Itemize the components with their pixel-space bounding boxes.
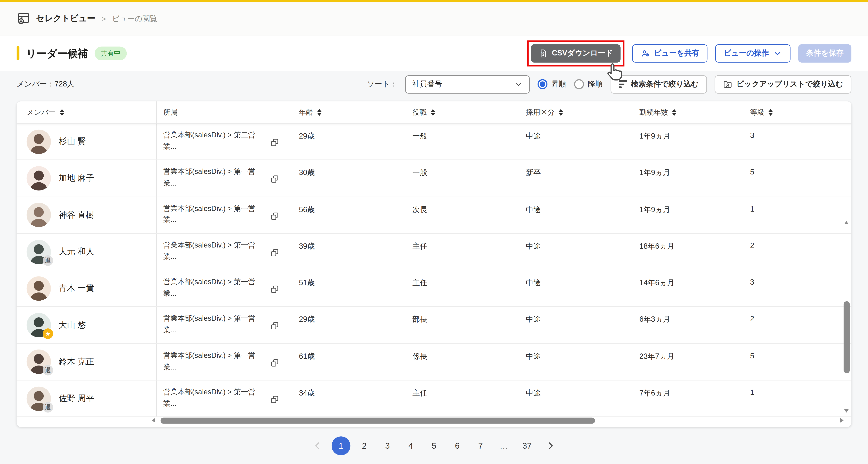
age-cell: 51歳: [299, 270, 412, 307]
pagination-page-3[interactable]: 3: [378, 436, 397, 455]
member-cell: 退佐野 周平: [17, 380, 157, 417]
table-row[interactable]: 神谷 直樹営業本部(salesDiv.) > 第一営業...56歳次長中途1年9…: [17, 197, 851, 234]
sort-label: ソート：: [367, 79, 397, 89]
pagination-next-icon[interactable]: [541, 436, 560, 455]
column-header-2[interactable]: 年齢: [299, 102, 412, 123]
column-header-0[interactable]: メンバー: [17, 102, 157, 123]
pagination-page-6[interactable]: 6: [448, 436, 467, 455]
svg-text:CSV: CSV: [541, 51, 546, 54]
star-badge-icon: ★: [42, 328, 53, 339]
view-operations-button[interactable]: ビューの操作: [715, 44, 791, 62]
pagination-page-37[interactable]: 37: [518, 436, 536, 455]
column-header-5[interactable]: 勤続年数: [639, 102, 750, 123]
pagination-page-4[interactable]: 4: [401, 436, 420, 455]
age-cell: 56歳: [299, 197, 412, 233]
avatar: [27, 203, 51, 227]
view-operations-label: ビューの操作: [723, 48, 769, 58]
department-text: 営業本部(salesDiv.) > 第一営業...: [163, 277, 268, 299]
sort-icon[interactable]: [558, 109, 563, 115]
sort-asc-label: 昇順: [551, 79, 566, 89]
sort-icon[interactable]: [60, 109, 64, 115]
breadcrumb-app-name[interactable]: セレクトビュー: [36, 13, 95, 24]
pagination-page-5[interactable]: 5: [425, 436, 443, 455]
pagination-page-7[interactable]: 7: [471, 436, 490, 455]
tenure-cell: 1年9ヵ月: [639, 197, 750, 233]
horizontal-scrollbar-thumb[interactable]: [161, 417, 595, 424]
sort-icon[interactable]: [672, 109, 677, 115]
sort-asc-option[interactable]: 昇順: [537, 79, 566, 89]
table-row[interactable]: ★大山 悠営業本部(salesDiv.) > 第一営業...29歳部長中途6年3…: [17, 307, 851, 344]
member-cell: 神谷 直樹: [17, 197, 157, 233]
avatar: ★: [27, 313, 51, 337]
select-view-app-icon: [17, 12, 30, 26]
share-view-button[interactable]: ビューを共有: [632, 44, 708, 62]
column-header-4[interactable]: 採用区分: [526, 102, 639, 123]
member-cell: 加地 麻子: [17, 160, 157, 196]
retired-badge: 退: [42, 255, 53, 265]
vertical-scrollbar[interactable]: [843, 220, 850, 414]
grade-cell: 2: [750, 234, 851, 270]
tenure-cell: 14年6ヵ月: [639, 270, 750, 307]
sort-desc-option[interactable]: 降順: [574, 79, 603, 89]
csv-file-icon: CSV: [538, 49, 548, 58]
open-in-new-icon[interactable]: [270, 321, 280, 331]
table-row[interactable]: 退大元 和人営業本部(salesDiv.) > 第一営業...39歳主任中途18…: [17, 234, 851, 270]
member-table-card: メンバー所属年齢役職採用区分勤続年数等級 杉山 賢営業本部(salesDiv.)…: [17, 102, 851, 427]
save-conditions-button[interactable]: 条件を保存: [798, 44, 851, 62]
sort-icon[interactable]: [317, 109, 321, 115]
table-row[interactable]: 退鈴木 克正営業本部(salesDiv.) > 第一営業...61歳係長中途23…: [17, 344, 851, 380]
grade-cell: 3: [750, 270, 851, 307]
csv-download-button[interactable]: CSV CSVダウンロード: [531, 44, 621, 62]
scroll-down-arrow-icon[interactable]: [844, 409, 848, 413]
radio-asc-icon[interactable]: [537, 79, 548, 89]
sort-icon[interactable]: [431, 109, 435, 115]
scroll-right-arrow-icon[interactable]: [840, 418, 844, 423]
grade-cell: 2: [750, 307, 851, 343]
column-label: 等級: [750, 107, 765, 117]
avatar: 退: [27, 240, 51, 264]
sharing-status-badge: 共有中: [94, 46, 127, 60]
tenure-cell: 1年9ヵ月: [639, 123, 750, 160]
avatar-image: [27, 129, 51, 154]
table-row[interactable]: 青木 一貴営業本部(salesDiv.) > 第一営業...51歳主任中途14年…: [17, 270, 851, 307]
avatar: 退: [27, 386, 51, 411]
member-name: 大山 悠: [59, 320, 86, 330]
pagination-prev-icon[interactable]: [308, 436, 327, 455]
position-cell: 主任: [412, 270, 526, 307]
radio-desc-icon[interactable]: [574, 79, 584, 89]
sort-key-select[interactable]: 社員番号: [405, 75, 529, 93]
tenure-cell: 18年6ヵ月: [639, 234, 750, 270]
table-body: 杉山 賢営業本部(salesDiv.) > 第二営業...29歳一般中途1年9ヵ…: [17, 123, 851, 417]
action-buttons: CSV CSVダウンロード: [527, 40, 851, 66]
pagination-page-1[interactable]: 1: [332, 436, 350, 455]
column-label: メンバー: [27, 107, 56, 117]
pagination-page-2[interactable]: 2: [355, 436, 374, 455]
horizontal-scrollbar[interactable]: [158, 417, 837, 424]
open-in-new-icon[interactable]: [270, 211, 280, 221]
vertical-scrollbar-thumb[interactable]: [844, 301, 850, 373]
avatar: 退: [27, 350, 51, 374]
open-in-new-icon[interactable]: [270, 248, 280, 258]
open-in-new-icon[interactable]: [270, 285, 280, 294]
column-header-3[interactable]: 役職: [412, 102, 526, 123]
filter-by-pickup-list-button[interactable]: ピックアップリストで絞り込む: [715, 75, 851, 93]
table-row[interactable]: 加地 麻子営業本部(salesDiv.) > 第一営業...30歳一般新卒1年9…: [17, 160, 851, 197]
column-header-6[interactable]: 等級: [750, 102, 851, 123]
open-in-new-icon[interactable]: [270, 138, 280, 147]
open-in-new-icon[interactable]: [270, 175, 280, 184]
recruit-type-cell: 中途: [526, 380, 639, 417]
csv-download-label: CSVダウンロード: [552, 48, 613, 58]
mouse-cursor-icon: [605, 61, 626, 82]
department-text: 営業本部(salesDiv.) > 第一営業...: [163, 166, 268, 190]
age-cell: 29歳: [299, 307, 412, 343]
sort-icon[interactable]: [768, 109, 773, 115]
scroll-up-arrow-icon[interactable]: [844, 221, 848, 224]
table-row[interactable]: 杉山 賢営業本部(salesDiv.) > 第二営業...29歳一般中途1年9ヵ…: [17, 123, 851, 160]
age-cell: 30歳: [299, 160, 412, 196]
scroll-left-arrow-icon[interactable]: [152, 418, 155, 423]
department-cell: 営業本部(salesDiv.) > 第一営業...: [157, 270, 299, 307]
open-in-new-icon[interactable]: [270, 395, 280, 404]
open-in-new-icon[interactable]: [270, 358, 280, 368]
sort-desc-label: 降順: [588, 79, 603, 89]
table-row[interactable]: 退佐野 周平営業本部(salesDiv.) > 第一営業...34歳主任中途7年…: [17, 380, 851, 417]
